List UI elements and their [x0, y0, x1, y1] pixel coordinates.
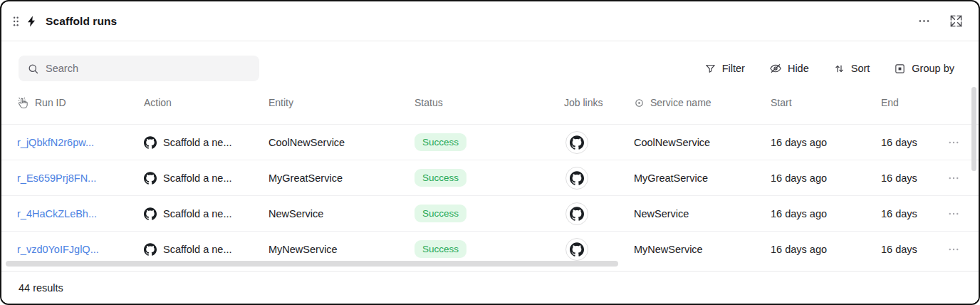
- group-by-button[interactable]: Group by: [894, 63, 954, 75]
- job-links-cell: [564, 202, 634, 225]
- table-row: r_Es659Prj8FN... Scaffold a ne... MyGrea…: [1, 160, 979, 195]
- column-header-label: Entity: [269, 97, 293, 108]
- entity-cell: MyGreatService: [269, 172, 415, 184]
- filter-icon: [704, 63, 716, 75]
- eye-off-icon: [769, 62, 782, 75]
- horizontal-scrollbar[interactable]: [6, 261, 618, 267]
- group-by-icon: [894, 63, 906, 75]
- circle-dot-icon: [634, 98, 645, 108]
- start-cell: 16 days ago: [771, 244, 881, 255]
- service-name-cell: NewService: [634, 208, 771, 219]
- service-name-cell: MyGreatService: [634, 172, 771, 184]
- job-link-github-avatar[interactable]: [565, 238, 588, 261]
- entity-cell: NewService: [269, 208, 415, 219]
- hand-click-icon: [17, 97, 29, 109]
- status-badge: Success: [415, 133, 466, 151]
- table-row: r_4HaCkZLeBh... Scaffold a ne... NewServ…: [1, 195, 979, 231]
- action-cell: Scaffold a ne...: [144, 243, 269, 256]
- row-actions-button[interactable]: [944, 169, 963, 187]
- job-link-github-avatar[interactable]: [565, 167, 588, 190]
- column-header-label: Start: [771, 97, 792, 108]
- table-header-row: Run ID Action Entity Status Job links Se…: [1, 81, 979, 124]
- column-header-start[interactable]: Start: [771, 97, 881, 108]
- run-id-link[interactable]: r_4HaCkZLeBh...: [17, 208, 144, 219]
- status-badge: Success: [415, 205, 466, 222]
- column-header-label: Run ID: [35, 97, 66, 108]
- start-cell: 16 days ago: [771, 172, 881, 184]
- start-cell: 16 days ago: [771, 208, 881, 219]
- column-header-label: Service name: [650, 97, 711, 108]
- service-name-cell: CoolNewService: [634, 137, 771, 148]
- column-header-label: Status: [415, 97, 443, 108]
- job-link-github-avatar[interactable]: [565, 131, 588, 154]
- hide-button[interactable]: Hide: [769, 62, 809, 75]
- group-by-button-label: Group by: [912, 63, 954, 74]
- column-header-status[interactable]: Status: [415, 97, 564, 108]
- entity-cell: CoolNewService: [269, 137, 415, 148]
- run-id-link[interactable]: r_Es659Prj8FN...: [17, 172, 144, 184]
- action-label: Scaffold a ne...: [163, 208, 231, 219]
- run-id-link[interactable]: r_jQbkfN2r6pw...: [17, 137, 144, 148]
- widget-header-actions: [916, 13, 964, 29]
- toolbar: Filter Hide: [1, 41, 979, 81]
- action-cell: Scaffold a ne...: [144, 136, 269, 149]
- widget-header: Scaffold runs: [1, 1, 979, 41]
- github-icon: [144, 207, 157, 220]
- table-footer: 44 results: [1, 271, 979, 304]
- action-label: Scaffold a ne...: [163, 244, 231, 255]
- github-icon: [144, 172, 157, 185]
- job-link-github-avatar[interactable]: [565, 202, 588, 225]
- drag-handle-icon[interactable]: [10, 14, 21, 29]
- github-icon: [144, 243, 157, 256]
- column-header-service-name[interactable]: Service name: [634, 97, 771, 108]
- column-header-label: End: [881, 97, 899, 108]
- column-header-entity[interactable]: Entity: [269, 97, 415, 108]
- filter-button-label: Filter: [722, 63, 745, 74]
- lightning-bolt-icon: [26, 15, 38, 28]
- search-input[interactable]: [46, 63, 251, 74]
- vertical-scrollbar[interactable]: [971, 87, 976, 171]
- end-cell: 16 days: [881, 208, 943, 219]
- search-box: [19, 56, 259, 81]
- sort-button-label: Sort: [851, 63, 870, 74]
- sort-icon: [833, 63, 845, 75]
- sort-button[interactable]: Sort: [833, 63, 870, 75]
- job-links-cell: [564, 238, 634, 261]
- action-label: Scaffold a ne...: [163, 172, 231, 184]
- action-cell: Scaffold a ne...: [144, 172, 269, 185]
- status-badge: Success: [415, 240, 466, 258]
- status-cell: Success: [415, 169, 564, 187]
- end-cell: 16 days: [881, 244, 943, 255]
- search-icon: [27, 63, 39, 75]
- github-icon: [144, 136, 157, 149]
- end-cell: 16 days: [881, 137, 943, 148]
- results-count: 44 results: [19, 282, 63, 294]
- widget-more-button[interactable]: [916, 13, 932, 29]
- toolbar-right-group: Filter Hide: [704, 62, 954, 75]
- status-cell: Success: [415, 205, 564, 222]
- expand-icon[interactable]: [948, 13, 964, 29]
- job-links-cell: [564, 131, 634, 154]
- column-header-run-id[interactable]: Run ID: [17, 97, 144, 109]
- column-header-job-links[interactable]: Job links: [564, 97, 634, 108]
- run-id-link[interactable]: r_vzd0YoIFJglQ...: [17, 244, 144, 255]
- column-header-label: Job links: [564, 97, 603, 108]
- row-actions-button[interactable]: [944, 133, 963, 152]
- table-row: r_jQbkfN2r6pw... Scaffold a ne... CoolNe…: [1, 124, 979, 160]
- row-actions-button[interactable]: [944, 205, 963, 223]
- filter-button[interactable]: Filter: [704, 63, 745, 75]
- widget-title: Scaffold runs: [46, 15, 117, 28]
- scaffold-runs-widget: Scaffold runs: [0, 0, 980, 305]
- column-header-action[interactable]: Action: [144, 97, 269, 108]
- service-name-cell: MyNewService: [634, 244, 771, 255]
- job-links-cell: [564, 167, 634, 190]
- start-cell: 16 days ago: [771, 137, 881, 148]
- status-cell: Success: [415, 133, 564, 151]
- column-header-end[interactable]: End: [881, 97, 943, 108]
- action-label: Scaffold a ne...: [163, 137, 231, 148]
- row-actions-button[interactable]: [944, 240, 963, 259]
- end-cell: 16 days: [881, 172, 943, 184]
- column-header-label: Action: [144, 97, 172, 108]
- action-cell: Scaffold a ne...: [144, 207, 269, 220]
- entity-cell: MyNewService: [269, 244, 415, 255]
